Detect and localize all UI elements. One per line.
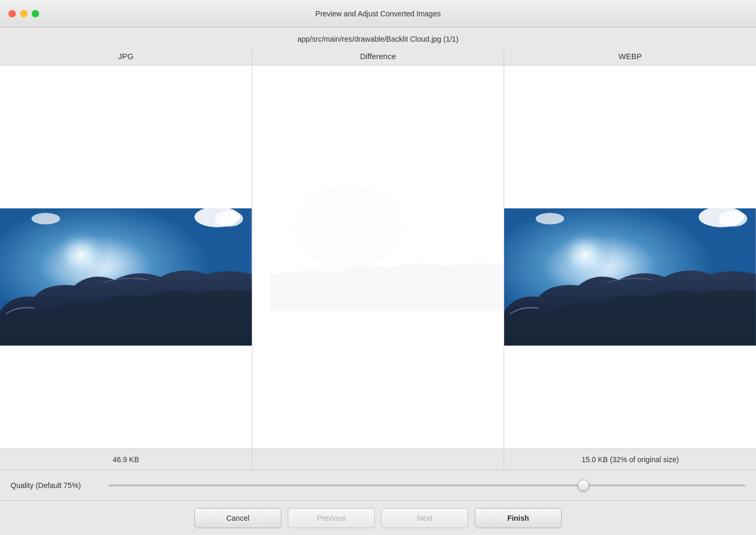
diff-panel [252,65,505,448]
svg-point-13 [536,213,564,225]
title-bar: Preview and Adjust Converted Images [0,0,756,27]
window-controls [8,10,39,17]
column-headers: JPG Difference WEBP [0,49,756,65]
maximize-button[interactable] [32,10,39,17]
previous-button[interactable]: Previous [288,508,375,528]
quality-slider[interactable] [109,484,745,486]
svg-point-4 [214,211,243,226]
minimize-button[interactable] [20,10,27,17]
svg-point-12 [719,211,748,226]
col-header-webp: WEBP [504,49,756,65]
webp-image [504,65,756,448]
svg-point-7 [294,185,402,269]
finish-button[interactable]: Finish [475,508,562,528]
image-panels [0,65,756,448]
quality-bar: Quality (Default 75%) [0,470,756,500]
webp-panel [504,65,756,448]
button-bar: Cancel Previous Next Finish [0,500,756,535]
window-title: Preview and Adjust Converted Images [315,9,440,18]
svg-point-5 [32,213,60,225]
diff-image [252,65,504,448]
jpg-panel [0,65,252,448]
webp-size: 15.0 KB (32% of original size) [504,455,756,464]
jpg-image [0,65,252,448]
col-header-diff: Difference [252,49,505,65]
close-button[interactable] [8,10,16,17]
cancel-button[interactable]: Cancel [194,508,281,528]
size-bar: 46.9 KB 15.0 KB (32% of original size) [0,448,756,470]
jpg-size: 46.9 KB [0,455,252,464]
next-button[interactable]: Next [381,508,468,528]
col-header-jpg: JPG [0,49,252,65]
slider-container[interactable] [109,475,745,496]
quality-label: Quality (Default 75%) [11,481,100,490]
diff-content [252,65,504,448]
file-path: app/src/main/res/drawable/Backlit Cloud.… [0,27,756,49]
diff-size-empty [252,449,505,470]
